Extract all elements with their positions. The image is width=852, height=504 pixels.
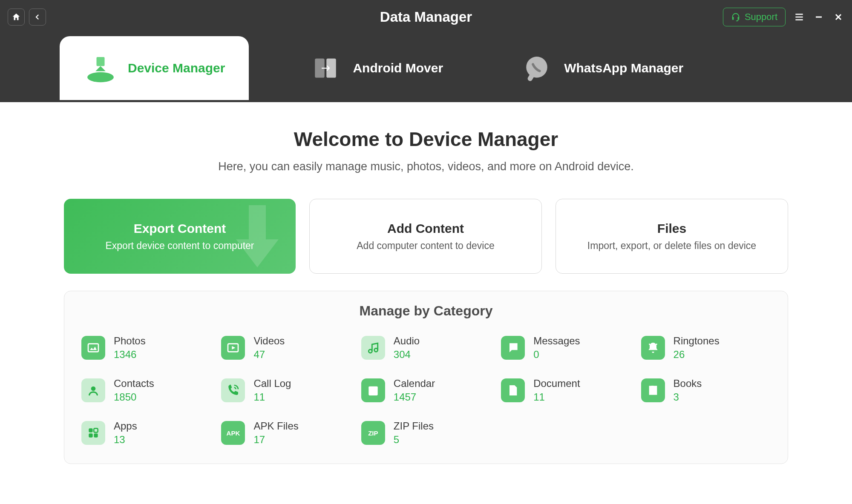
videos-icon — [221, 336, 245, 360]
category-contacts[interactable]: Contacts1850 — [80, 375, 213, 406]
category-ringtones[interactable]: Ringtones26 — [639, 332, 772, 363]
action-cards: Export Content Export device content to … — [64, 199, 788, 274]
category-label: Books — [674, 378, 702, 389]
export-content-card[interactable]: Export Content Export device content to … — [64, 199, 296, 274]
headset-icon — [731, 12, 740, 22]
call-log-icon — [221, 378, 245, 402]
category-calendar[interactable]: 03Calendar1457 — [360, 375, 492, 406]
android-mover-icon — [308, 51, 343, 85]
card-subtitle: Add computer content to device — [357, 240, 494, 252]
app-header: Data Manager Support Device Manager — [0, 0, 852, 102]
category-count: 1346 — [114, 349, 146, 361]
category-label: Messages — [533, 335, 580, 347]
app-title: Data Manager — [380, 9, 472, 25]
category-apps[interactable]: Apps13 — [80, 418, 213, 448]
audio-icon — [361, 336, 385, 360]
category-label: Videos — [253, 335, 285, 347]
hamburger-icon — [794, 11, 805, 23]
category-count: 1850 — [114, 391, 154, 403]
photos-icon — [81, 336, 105, 360]
category-label: Photos — [114, 335, 146, 347]
welcome-subtitle: Here, you can easily manage music, photo… — [64, 160, 788, 173]
tab-label: WhatsApp Manager — [564, 61, 683, 75]
tab-android-mover[interactable]: Android Mover — [291, 36, 460, 100]
category-count: 0 — [533, 349, 580, 361]
category-call-log[interactable]: Call Log11 — [219, 375, 352, 406]
category-audio[interactable]: Audio304 — [360, 332, 492, 363]
tab-label: Android Mover — [353, 61, 443, 75]
category-count: 47 — [253, 349, 285, 361]
svg-text:03: 03 — [370, 389, 376, 395]
category-books[interactable]: Books3 — [639, 375, 772, 406]
svg-point-4 — [526, 57, 547, 78]
category-count: 1457 — [394, 391, 435, 403]
svg-point-0 — [87, 72, 114, 83]
card-subtitle: Import, export, or delete files on devic… — [587, 240, 756, 252]
svg-rect-5 — [88, 344, 98, 352]
zip-icon: ZIP — [361, 421, 385, 445]
main-tabs: Device Manager Android Mover WhatsApp Ma… — [0, 34, 852, 102]
category-apk[interactable]: APKAPK Files17 — [219, 418, 352, 448]
titlebar: Data Manager Support — [0, 0, 852, 34]
card-title: Add Content — [387, 221, 464, 236]
close-button[interactable] — [832, 11, 844, 23]
category-messages[interactable]: Messages0 — [499, 332, 632, 363]
tab-label: Device Manager — [128, 61, 225, 75]
category-document[interactable]: Document11 — [499, 375, 632, 406]
category-count: 17 — [253, 434, 298, 446]
category-count: 304 — [394, 349, 420, 361]
svg-rect-16 — [89, 428, 92, 432]
category-count: 11 — [533, 391, 580, 403]
home-icon — [12, 12, 21, 22]
category-zip[interactable]: ZIPZIP Files5 — [360, 418, 492, 448]
device-manager-icon — [83, 51, 118, 85]
svg-rect-18 — [89, 433, 92, 437]
svg-rect-17 — [94, 428, 98, 432]
document-icon — [501, 378, 525, 402]
svg-point-10 — [512, 346, 513, 347]
minimize-button[interactable] — [813, 11, 825, 23]
add-content-card[interactable]: Add Content Add computer content to devi… — [309, 199, 542, 274]
category-label: Call Log — [253, 378, 291, 389]
card-subtitle: Export device content to computer — [105, 240, 254, 252]
home-button[interactable] — [8, 9, 25, 26]
category-photos[interactable]: Photos1346 — [80, 332, 213, 363]
apps-icon — [81, 421, 105, 445]
categories-grid: Photos1346Videos47Audio304Messages0Ringt… — [80, 332, 772, 448]
categories-title: Manage by Category — [80, 303, 772, 319]
chevron-left-icon — [34, 13, 41, 21]
close-icon — [833, 12, 843, 22]
card-title: Files — [657, 221, 686, 236]
contacts-icon — [81, 378, 105, 402]
card-title: Export Content — [134, 221, 226, 236]
svg-point-12 — [91, 387, 96, 391]
svg-rect-19 — [94, 433, 98, 437]
category-count: 5 — [394, 434, 434, 446]
calendar-icon: 03 — [361, 378, 385, 402]
category-videos[interactable]: Videos47 — [219, 332, 352, 363]
category-label: ZIP Files — [394, 420, 434, 432]
category-label: APK Files — [253, 420, 298, 432]
tab-device-manager[interactable]: Device Manager — [60, 36, 249, 100]
categories-panel: Manage by Category Photos1346Videos47Aud… — [64, 291, 788, 464]
whatsapp-manager-icon — [520, 51, 554, 85]
back-button[interactable] — [29, 9, 46, 26]
svg-point-9 — [510, 346, 512, 347]
main-content: Welcome to Device Manager Here, you can … — [0, 102, 852, 490]
category-count: 11 — [253, 391, 291, 403]
welcome-title: Welcome to Device Manager — [64, 128, 788, 151]
menu-button[interactable] — [793, 11, 805, 23]
tab-whatsapp-manager[interactable]: WhatsApp Manager — [503, 36, 700, 100]
apk-icon: APK — [221, 421, 245, 445]
category-count: 3 — [674, 391, 702, 403]
files-card[interactable]: Files Import, export, or delete files on… — [556, 199, 788, 274]
category-label: Calendar — [394, 378, 435, 389]
svg-rect-1 — [97, 57, 105, 66]
category-count: 26 — [674, 349, 720, 361]
support-button[interactable]: Support — [723, 8, 786, 26]
svg-point-11 — [514, 346, 515, 347]
category-label: Apps — [114, 420, 137, 432]
messages-icon — [501, 336, 525, 360]
category-count: 13 — [114, 434, 137, 446]
ringtones-icon — [641, 336, 665, 360]
